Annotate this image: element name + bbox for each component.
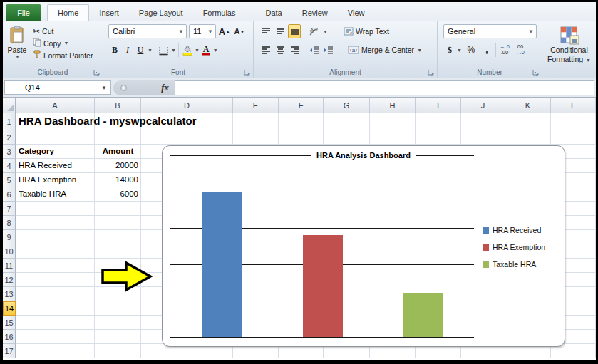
font-color-dropdown-arrow[interactable]: ▼: [213, 48, 218, 53]
chart-bar-hra-received[interactable]: [202, 192, 242, 337]
tab-review[interactable]: Review: [292, 4, 338, 21]
cell-K1[interactable]: [505, 113, 551, 130]
cell-A5[interactable]: HRA Exemption: [16, 173, 95, 187]
row-header-9[interactable]: 9: [3, 230, 16, 244]
cell-J2[interactable]: [461, 130, 505, 145]
cell-J1[interactable]: [461, 113, 505, 130]
cell-A6[interactable]: Taxable HRA: [16, 187, 95, 202]
cell-B5[interactable]: 14000: [95, 173, 141, 187]
paste-button[interactable]: Paste ▼: [3, 23, 31, 61]
column-header-J[interactable]: J: [461, 98, 505, 113]
clipboard-dialog-launcher-icon[interactable]: [93, 69, 100, 76]
percent-style-button[interactable]: %: [465, 43, 478, 57]
increase-font-size-button[interactable]: A▲: [218, 24, 231, 38]
cell-F2[interactable]: [279, 130, 324, 145]
hra-chart[interactable]: HRA Analysis Dashboard HRA ReceivedHRA E…: [162, 145, 565, 347]
underline-dropdown-arrow[interactable]: ▼: [148, 48, 153, 53]
column-header-K[interactable]: K: [505, 98, 551, 113]
align-middle-button[interactable]: [274, 24, 287, 38]
font-dialog-launcher-icon[interactable]: [244, 69, 251, 76]
column-header-D[interactable]: D: [141, 98, 233, 113]
cell-A2[interactable]: [16, 130, 95, 145]
tab-insert[interactable]: Insert: [89, 4, 129, 21]
font-size-combobox[interactable]: 11 ▼: [189, 24, 216, 38]
increase-indent-button[interactable]: [322, 43, 335, 57]
align-bottom-button[interactable]: [288, 24, 301, 38]
row-header-12[interactable]: 12: [3, 273, 16, 287]
legend-item-hra-exemption[interactable]: HRA Exemption: [483, 239, 545, 256]
cell-A11[interactable]: [16, 259, 95, 273]
cell-E1[interactable]: [233, 113, 279, 130]
column-header-I[interactable]: I: [416, 98, 461, 113]
insert-function-icon[interactable]: fx: [161, 82, 169, 93]
cut-button[interactable]: ✂ Cut: [31, 25, 94, 37]
borders-dropdown-arrow[interactable]: ▼: [171, 48, 176, 53]
merge-center-button[interactable]: a Merge & Center ▼: [346, 44, 423, 56]
font-color-button[interactable]: A: [200, 43, 212, 57]
cell-B8[interactable]: [95, 216, 141, 230]
cell-A12[interactable]: [16, 273, 95, 287]
font-name-dropdown-arrow[interactable]: ▼: [178, 28, 184, 35]
cell-A16[interactable]: [16, 330, 95, 344]
cell-I2[interactable]: [416, 130, 461, 145]
align-center-button[interactable]: [274, 43, 287, 57]
cell-A15[interactable]: [16, 316, 95, 330]
cell-K2[interactable]: [505, 130, 551, 145]
borders-button[interactable]: [158, 43, 170, 57]
orientation-button[interactable]: ab: [308, 24, 321, 38]
cell-A8[interactable]: [16, 216, 95, 230]
row-header-10[interactable]: 10: [3, 244, 16, 259]
legend-item-taxable-hra[interactable]: Taxable HRA: [483, 256, 545, 273]
paste-dropdown-arrow[interactable]: ▼: [15, 54, 20, 59]
accounting-dropdown-arrow[interactable]: ▼: [457, 48, 462, 53]
cell-A4[interactable]: HRA Received: [16, 159, 95, 173]
column-header-H[interactable]: H: [370, 98, 416, 113]
column-header-A[interactable]: A: [16, 98, 95, 113]
copy-button[interactable]: Copy ▼: [31, 37, 94, 49]
decrease-font-size-button[interactable]: A▼: [233, 24, 246, 38]
cell-D2[interactable]: [141, 130, 233, 145]
copy-dropdown-arrow[interactable]: ▼: [64, 41, 69, 46]
cell-A9[interactable]: [16, 230, 95, 244]
row-header-1[interactable]: 1: [3, 113, 16, 130]
row-header-16[interactable]: 16: [3, 330, 16, 344]
file-tab[interactable]: File: [6, 4, 41, 21]
column-header-E[interactable]: E: [233, 98, 279, 113]
accounting-format-button[interactable]: $: [443, 43, 456, 57]
name-box-dropdown-arrow[interactable]: ▼: [101, 85, 107, 91]
cell-L1[interactable]: [551, 113, 596, 130]
cell-B14[interactable]: [95, 301, 141, 316]
cell-I1[interactable]: [416, 113, 461, 130]
row-header-17[interactable]: 17: [3, 344, 16, 358]
cell-A17[interactable]: [16, 344, 95, 358]
number-dialog-launcher-icon[interactable]: [532, 69, 540, 76]
tab-page-layout[interactable]: Page Layout: [129, 4, 193, 21]
align-right-button[interactable]: [288, 43, 301, 57]
row-header-5[interactable]: 5: [3, 173, 16, 187]
name-box[interactable]: Q14 ▼: [4, 80, 111, 95]
number-format-dropdown-arrow[interactable]: ▼: [528, 28, 534, 35]
cell-G1[interactable]: [324, 113, 370, 130]
increase-decimal-button[interactable]: ←.0 .00: [498, 43, 511, 57]
row-header-13[interactable]: 13: [3, 287, 16, 301]
italic-button[interactable]: I: [121, 43, 134, 57]
cell-L2[interactable]: [551, 130, 596, 145]
bold-button[interactable]: B: [108, 43, 121, 57]
tab-data[interactable]: Data: [255, 4, 292, 21]
font-name-combobox[interactable]: Calibri ▼: [108, 24, 187, 38]
column-header-L[interactable]: L: [551, 98, 596, 113]
legend-item-hra-received[interactable]: HRA Received: [483, 222, 545, 239]
cell-B7[interactable]: [95, 202, 141, 216]
cell-B3[interactable]: Amount: [95, 145, 141, 159]
select-all-corner[interactable]: [3, 98, 16, 113]
chart-bar-taxable-hra[interactable]: [403, 293, 443, 337]
row-header-2[interactable]: 2: [3, 130, 16, 145]
cell-A14[interactable]: [16, 301, 95, 316]
cell-B17[interactable]: [95, 344, 141, 358]
column-header-B[interactable]: B: [95, 98, 141, 113]
cell-B6[interactable]: 6000: [95, 187, 141, 202]
tab-view[interactable]: View: [338, 4, 375, 21]
align-top-button[interactable]: [259, 24, 272, 38]
cell-B16[interactable]: [95, 330, 141, 344]
tab-home[interactable]: Home: [47, 4, 89, 21]
